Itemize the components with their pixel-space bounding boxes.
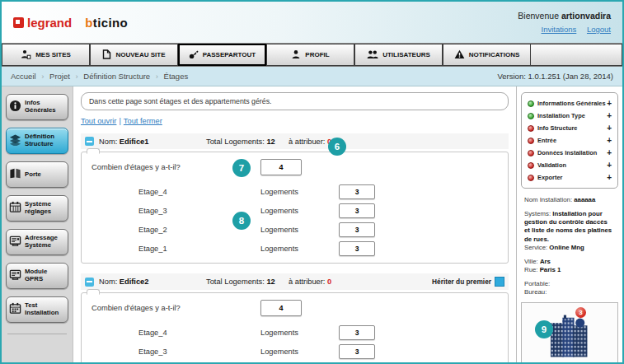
floors-question-row: Combien d'étages y a-t-il? xyxy=(91,300,498,316)
sidebar-item-infos-generales[interactable]: Infos Générales xyxy=(6,94,68,120)
callout-9: 9 xyxy=(535,320,553,338)
logements-input[interactable] xyxy=(339,241,375,256)
progress-nav: Informations Générales + Installation Ty… xyxy=(521,92,618,189)
expand-plus-icon[interactable]: + xyxy=(607,136,612,145)
progress-item-label: Données Installation xyxy=(537,149,597,156)
sidebar-item-label: Système réglages xyxy=(25,201,65,216)
logements-input[interactable] xyxy=(339,184,375,199)
progress-item-informations-generales[interactable]: Informations Générales + xyxy=(528,97,612,110)
new-document-icon xyxy=(102,49,111,61)
status-red-icon xyxy=(528,125,534,132)
installation-address: Ville: Ars Rue: Paris 1 xyxy=(524,258,615,274)
logements-input[interactable] xyxy=(339,222,375,237)
collapse-icon[interactable] xyxy=(85,137,94,146)
tab-mes-sites[interactable]: MES SITES xyxy=(2,44,90,66)
layers-icon xyxy=(9,133,21,148)
status-red-icon xyxy=(528,150,534,156)
inherit-label: Hériter du premier xyxy=(432,278,491,286)
section-name: Nom: Edifice1 xyxy=(99,138,206,146)
status-red-icon xyxy=(528,162,534,169)
breadcrumb: Accueil › Projet › Définition Structure … xyxy=(11,72,191,81)
building-image xyxy=(544,310,595,362)
floor-label: Etage_1 xyxy=(138,245,260,253)
floor-row: Etage_3 Logements xyxy=(91,342,498,361)
calendar-icon xyxy=(9,302,21,317)
tab-nouveau-site[interactable]: NOUVEAU SITE xyxy=(90,44,178,66)
sidebar-item-module-gprs[interactable]: Module GPRS xyxy=(6,263,68,289)
header-links: Invitations Logout xyxy=(518,25,611,34)
expand-plus-icon[interactable]: + xyxy=(607,124,612,133)
logements-input[interactable] xyxy=(339,203,375,218)
tab-notifications[interactable]: NOTIFICATIONS xyxy=(443,44,531,66)
breadcrumb-projet[interactable]: Projet xyxy=(49,72,70,81)
expand-plus-icon[interactable]: + xyxy=(607,99,612,108)
floor-label: Etage_3 xyxy=(138,348,260,356)
logout-link[interactable]: Logout xyxy=(587,25,611,34)
sidebar-item-definition-structure[interactable]: Définition Structure xyxy=(6,128,68,154)
progress-item-info-structure[interactable]: Info Structure + xyxy=(528,122,612,134)
application-window: legrand bticino Bienvenue artionvadira I… xyxy=(0,0,624,364)
sidebar-item-label: Infos Générales xyxy=(25,100,65,114)
section-panel-edifice2: Combien d'étages y a-t-il? Etage_4 Logem… xyxy=(81,292,509,364)
progress-item-entree[interactable]: Entrée + xyxy=(528,134,612,147)
status-green-icon xyxy=(528,113,534,119)
sidebar-item-label: Porte xyxy=(25,171,41,179)
sidebar-item-adressage-systeme[interactable]: Adressage Système xyxy=(6,229,68,255)
progress-item-validation[interactable]: Validation + xyxy=(528,159,612,171)
breadcrumb-etages[interactable]: Étages xyxy=(164,72,189,81)
bticino-logo: bticino xyxy=(85,16,128,30)
legrand-logo-icon xyxy=(13,17,24,28)
sidebar-item-label: Test Installation xyxy=(25,302,65,317)
inherit-control: Hériter du premier xyxy=(432,277,504,287)
breadcrumb-definition-structure[interactable]: Définition Structure xyxy=(83,72,150,81)
info-icon xyxy=(9,100,21,114)
tab-profil[interactable]: PROFIL xyxy=(266,44,354,66)
sidebar-item-systeme-reglages[interactable]: Système réglages xyxy=(6,195,68,222)
links-separator: | xyxy=(119,117,120,125)
users-icon xyxy=(367,49,378,61)
tab-label: NOTIFICATIONS xyxy=(469,51,520,58)
tab-passepartout[interactable]: PASSEPARTOUT xyxy=(178,44,266,66)
floor-row: Etage_1 Logements xyxy=(91,239,498,258)
progress-item-exporter[interactable]: Exporter + xyxy=(528,171,612,184)
callout-7: 7 xyxy=(232,159,251,177)
expand-plus-icon[interactable]: + xyxy=(607,173,612,182)
progress-item-label: Validation xyxy=(537,161,566,169)
open-all-link[interactable]: Tout ouvrir xyxy=(81,117,116,125)
close-all-link[interactable]: Tout fermer xyxy=(124,117,162,125)
tab-label: NOUVEAU SITE xyxy=(115,51,165,58)
progress-item-label: Info Structure xyxy=(537,124,577,132)
breadcrumb-separator: › xyxy=(41,72,44,81)
floors-count-input[interactable] xyxy=(260,300,302,316)
person-icon xyxy=(291,49,301,61)
sidebar-item-test-installation[interactable]: Test Installation xyxy=(6,296,68,323)
invitations-link[interactable]: Invitations xyxy=(542,25,577,34)
total-logements: Total Logements: 12 xyxy=(206,278,289,286)
section-header-edifice1: Nom: Edifice1 Total Logements: 12 à attr… xyxy=(81,133,509,149)
floor-label: Etage_4 xyxy=(138,329,260,337)
expand-plus-icon[interactable]: + xyxy=(607,111,612,120)
floors-count-input[interactable] xyxy=(260,159,302,175)
progress-item-label: Exporter xyxy=(537,174,562,181)
logements-label: Logements xyxy=(260,348,339,356)
expand-collapse-links: Tout ouvrir|Tout fermer xyxy=(81,117,509,125)
inherit-checkbox[interactable] xyxy=(495,277,504,287)
progress-item-donnees-installation[interactable]: Données Installation + xyxy=(528,147,612,159)
status-red-icon xyxy=(528,138,534,144)
collapse-icon[interactable] xyxy=(85,278,94,287)
tab-utilisateurs[interactable]: UTILISATEURS xyxy=(354,44,443,66)
breadcrumb-separator: › xyxy=(156,72,158,81)
main-content: Dans cette page sont étages et des appar… xyxy=(73,86,517,364)
callout-8: 8 xyxy=(232,212,251,230)
logements-input[interactable] xyxy=(339,325,375,340)
sidebar-item-porte[interactable]: Porte xyxy=(6,161,68,188)
progress-item-label: Informations Générales xyxy=(537,100,606,107)
welcome-area: Bienvenue artionvadira Invitations Logou… xyxy=(518,11,611,34)
logements-input[interactable] xyxy=(339,344,375,359)
floors-question-row: Combien d'étages y a-t-il? xyxy=(91,159,498,175)
progress-item-installation-type[interactable]: Installation Type + xyxy=(528,110,612,122)
expand-plus-icon[interactable]: + xyxy=(607,161,612,170)
progress-item-label: Entrée xyxy=(537,137,556,144)
breadcrumb-accueil[interactable]: Accueil xyxy=(11,72,36,81)
expand-plus-icon[interactable]: + xyxy=(607,148,612,157)
